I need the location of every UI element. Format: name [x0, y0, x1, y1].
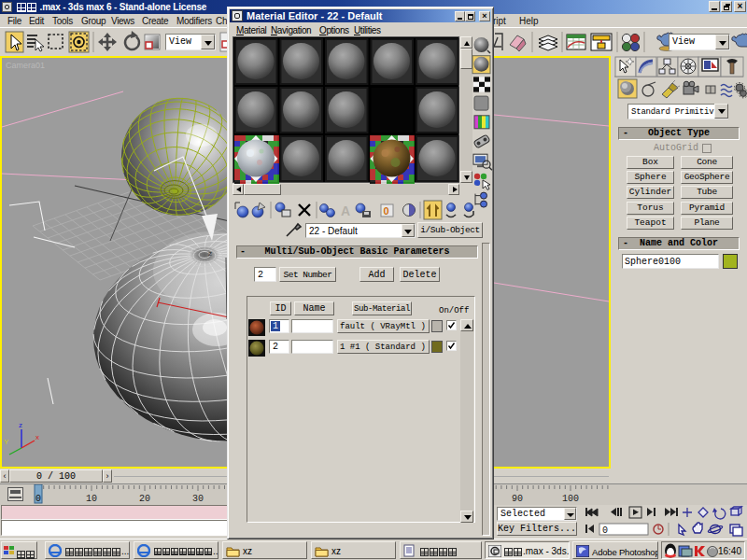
svg-text:100: 100 — [562, 494, 579, 504]
svg-text:30: 30 — [192, 494, 204, 504]
svg-text:z: z — [208, 249, 212, 258]
svg-text:10: 10 — [86, 494, 97, 504]
svg-text:A: A — [341, 203, 350, 218]
svg-text:0: 0 — [35, 494, 41, 504]
svg-text:Y: Y — [4, 438, 9, 446]
svg-text:Camera01: Camera01 — [6, 61, 45, 70]
svg-text:z: z — [19, 421, 22, 429]
svg-text:90: 90 — [512, 494, 523, 504]
svg-text:0: 0 — [384, 205, 389, 217]
svg-text:0: 0 — [602, 525, 608, 536]
svg-text:x: x — [35, 433, 39, 441]
svg-text:20: 20 — [139, 494, 150, 504]
